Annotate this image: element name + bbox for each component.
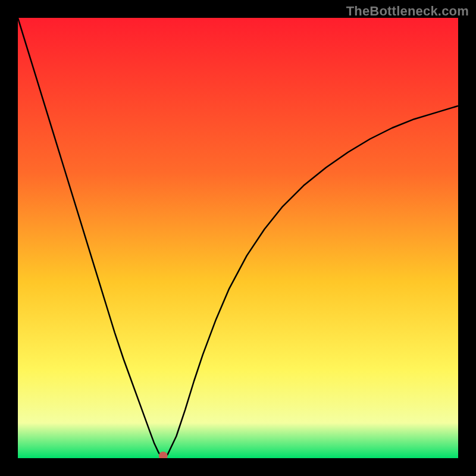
chart-frame: TheBottleneck.com <box>0 0 476 476</box>
bottleneck-chart <box>18 18 458 458</box>
gradient-background <box>18 18 458 458</box>
watermark-text: TheBottleneck.com <box>346 4 469 19</box>
